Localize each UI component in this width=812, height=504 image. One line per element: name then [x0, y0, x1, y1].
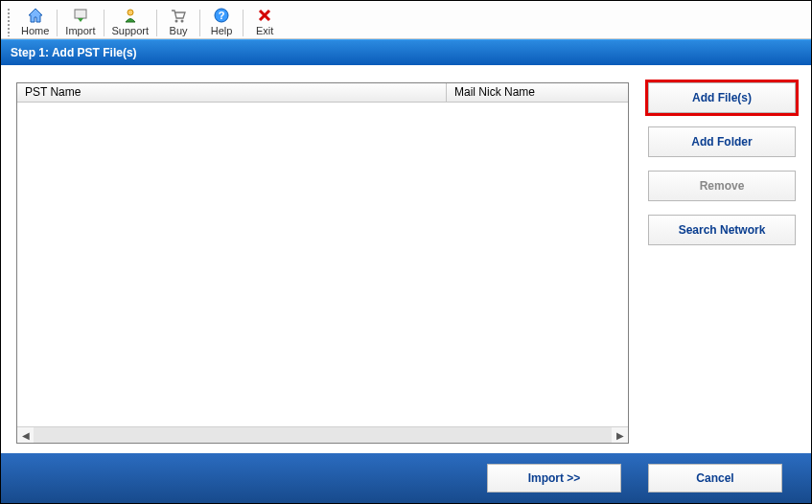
scroll-left-icon[interactable]: ◀	[17, 427, 34, 443]
pst-table: PST Name Mail Nick Name ◀ ▶	[16, 82, 629, 444]
help-icon: ?	[213, 7, 230, 24]
toolbar-label: Import	[65, 25, 95, 36]
svg-marker-2	[78, 18, 83, 22]
svg-text:?: ?	[219, 10, 225, 21]
column-header-pst-name[interactable]: PST Name	[17, 83, 447, 102]
side-panel: Add File(s) Add Folder Remove Search Net…	[648, 82, 796, 444]
svg-rect-1	[75, 10, 86, 18]
toolbar-label: Exit	[256, 25, 273, 36]
import-icon	[72, 7, 89, 24]
table-body	[17, 103, 628, 426]
add-files-button[interactable]: Add File(s)	[648, 82, 796, 113]
step-title: Step 1: Add PST File(s)	[11, 46, 137, 59]
toolbar-home[interactable]: Home	[15, 7, 55, 36]
support-icon	[122, 7, 139, 24]
toolbar-buy[interactable]: Buy	[159, 7, 197, 36]
toolbar: Home Import Support Buy	[1, 1, 811, 39]
toolbar-label: Buy	[170, 25, 188, 36]
toolbar-help[interactable]: ? Help	[202, 7, 241, 36]
toolbar-separator	[104, 10, 104, 36]
step-title-bar: Step 1: Add PST File(s)	[1, 39, 811, 65]
import-button[interactable]: Import >>	[487, 464, 621, 493]
scroll-right-icon[interactable]: ▶	[612, 427, 628, 443]
toolbar-support[interactable]: Support	[106, 7, 155, 36]
toolbar-exit[interactable]: Exit	[245, 7, 284, 36]
svg-point-5	[181, 20, 184, 23]
search-network-button[interactable]: Search Network	[648, 215, 796, 245]
toolbar-label: Home	[21, 25, 49, 36]
toolbar-separator	[57, 10, 58, 36]
exit-icon	[256, 7, 273, 24]
remove-button[interactable]: Remove	[648, 171, 796, 201]
svg-point-3	[128, 10, 133, 15]
table-header: PST Name Mail Nick Name	[17, 83, 628, 103]
scroll-track[interactable]	[34, 427, 612, 443]
svg-point-4	[175, 20, 178, 23]
toolbar-label: Help	[211, 25, 233, 36]
toolbar-grip	[7, 8, 12, 36]
cart-icon	[170, 7, 187, 24]
toolbar-separator	[156, 10, 157, 36]
content-area: PST Name Mail Nick Name ◀ ▶ Add File(s) …	[1, 65, 811, 453]
svg-marker-0	[29, 9, 42, 22]
toolbar-separator	[199, 10, 200, 36]
column-header-mail-nick[interactable]: Mail Nick Name	[447, 83, 628, 102]
toolbar-separator	[243, 10, 244, 36]
footer-bar: Import >> Cancel	[1, 453, 811, 503]
add-folder-button[interactable]: Add Folder	[648, 126, 796, 157]
horizontal-scrollbar[interactable]: ◀ ▶	[17, 426, 628, 443]
home-icon	[27, 7, 44, 24]
toolbar-label: Support	[112, 25, 150, 36]
cancel-button[interactable]: Cancel	[648, 464, 782, 493]
toolbar-import[interactable]: Import	[59, 7, 101, 36]
